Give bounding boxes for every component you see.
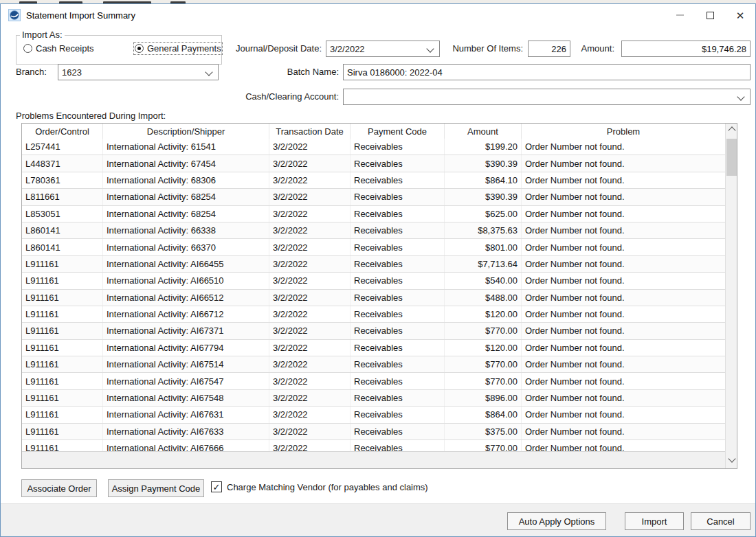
table-row[interactable]: L860141International Activity: 663383/2/… [22,222,725,239]
table-cell: Receivables [351,356,445,372]
associate-order-button[interactable]: Associate Order [21,479,97,497]
title-bar: Statement Import Summary ✕ [1,4,755,26]
table-row[interactable]: L911161International Activity: AI675143/… [22,356,725,373]
close-button[interactable]: ✕ [725,4,755,26]
column-header-amount[interactable]: Amount [445,124,522,139]
app-icon [8,9,21,21]
checkbox-checked-icon[interactable]: ✓ [211,481,222,492]
number-of-items-field[interactable] [528,41,570,57]
table-cell: International Activity: AI67666 [103,440,269,451]
table-cell: L911161 [22,424,103,439]
table-row[interactable]: L911161International Activity: AI664553/… [22,256,725,273]
scroll-down-button[interactable] [726,454,737,466]
table-cell: Receivables [351,189,445,205]
table-cell: Receivables [351,440,445,451]
table-cell: International Activity: 66370 [103,239,269,255]
radio-general-payments[interactable]: General Payments [135,43,221,54]
table-cell: L911161 [22,273,103,288]
table-cell: L911161 [22,306,103,322]
table-cell: $8,375.63 [445,222,522,238]
number-of-items-label: Number Of Items: [446,43,523,54]
maximize-icon [707,12,714,19]
table-cell: L911161 [22,373,103,389]
import-button[interactable]: Import [625,512,684,530]
table-cell: International Activity: 67454 [103,155,269,171]
table-row[interactable]: L448371International Activity: 674543/2/… [22,155,725,172]
cancel-button[interactable]: Cancel [691,512,751,530]
auto-apply-options-button[interactable]: Auto Apply Options [507,512,606,530]
table-row[interactable]: L911161International Activity: AI665123/… [22,290,725,306]
vertical-scrollbar[interactable] [725,124,737,468]
import-as-legend: Import As: [20,30,65,40]
table-row[interactable]: L911161International Activity: AI677943/… [22,340,725,356]
column-header-transaction-date[interactable]: Transaction Date [269,124,351,139]
table-cell: International Activity: AI66455 [103,256,269,272]
cash-clearing-account-combo[interactable] [343,89,751,105]
batch-name-field[interactable] [343,64,751,80]
table-cell: L911161 [22,256,103,272]
table-cell: Receivables [351,424,445,439]
journal-deposit-date-combo[interactable]: 3/2/2022 [326,41,440,57]
table-row[interactable]: L911161International Activity: AI667123/… [22,306,725,323]
table-cell: $770.00 [445,323,522,339]
chevron-down-icon [737,93,744,100]
minimize-button[interactable] [665,4,695,26]
table-cell: International Activity: AI67633 [103,424,269,439]
table-cell: 3/2/2022 [269,373,351,389]
problems-table-header: Order/Control Description/Shipper Transa… [22,124,725,139]
scroll-up-button[interactable] [726,124,737,135]
table-row[interactable]: L911161International Activity: AI673713/… [22,323,725,339]
table-cell: L911161 [22,390,103,406]
vertical-scrollbar-thumb[interactable] [726,139,737,176]
table-cell: 3/2/2022 [269,273,351,288]
table-cell: $801.00 [445,239,522,255]
table-row[interactable]: L911161International Activity: AI665103/… [22,273,725,289]
problems-table: Order/Control Description/Shipper Transa… [21,123,737,469]
table-cell: $770.00 [445,440,522,451]
horizontal-scrollbar[interactable] [22,451,725,468]
chevron-up-icon [728,126,735,134]
table-cell: $199.20 [445,139,522,155]
column-header-description-shipper[interactable]: Description/Shipper [103,124,269,139]
table-cell: $7,713.64 [445,256,522,272]
table-row[interactable]: L811661International Activity: 682543/2/… [22,189,725,205]
table-cell: Receivables [351,290,445,306]
maximize-button[interactable] [695,4,725,26]
table-cell: $770.00 [445,356,522,372]
table-row[interactable]: L911161International Activity: AI676663/… [22,440,725,451]
table-row[interactable]: L780361International Activity: 683063/2/… [22,172,725,189]
branch-combo[interactable]: 1623 [58,64,219,80]
table-row[interactable]: L853051International Activity: 682543/2/… [22,206,725,222]
column-header-problem[interactable]: Problem [522,124,725,139]
assign-payment-code-button[interactable]: Assign Payment Code [108,479,204,497]
table-cell: L860141 [22,239,103,255]
table-cell: International Activity: 61541 [103,139,269,155]
table-row[interactable]: L911161International Activity: AI676333/… [22,424,725,440]
radio-cash-receipts[interactable]: Cash Receipts [23,43,94,54]
table-row[interactable]: L257441International Activity: 615413/2/… [22,139,725,155]
charge-matching-vendor-option[interactable]: ✓ Charge Matching Vendor (for payables a… [211,481,428,492]
column-header-order-control[interactable]: Order/Control [22,124,103,139]
table-row[interactable]: L911161International Activity: AI675483/… [22,390,725,407]
table-cell: International Activity: AI67547 [103,373,269,389]
journal-deposit-date-value: 3/2/2022 [330,44,439,54]
table-row[interactable]: L911161International Activity: AI675473/… [22,373,725,389]
table-row[interactable]: L860141International Activity: 663703/2/… [22,239,725,255]
table-cell: 3/2/2022 [269,356,351,372]
table-row[interactable]: L911161International Activity: AI676313/… [22,407,725,423]
table-cell: Receivables [351,273,445,288]
table-cell: $896.00 [445,390,522,406]
table-cell: Receivables [351,139,445,155]
table-cell: Order Number not found. [522,306,725,322]
table-cell: 3/2/2022 [269,172,351,188]
table-cell: 3/2/2022 [269,290,351,306]
table-cell: L257441 [22,139,103,155]
branch-value: 1623 [62,67,218,78]
footer-bar: Auto Apply Options Import Cancel [1,503,755,536]
close-icon: ✕ [736,10,745,21]
table-cell: International Activity: AI66512 [103,290,269,306]
globe-swirl-icon [10,10,19,20]
amount-field[interactable] [621,41,751,57]
table-cell: 3/2/2022 [269,424,351,439]
column-header-payment-code[interactable]: Payment Code [351,124,445,139]
